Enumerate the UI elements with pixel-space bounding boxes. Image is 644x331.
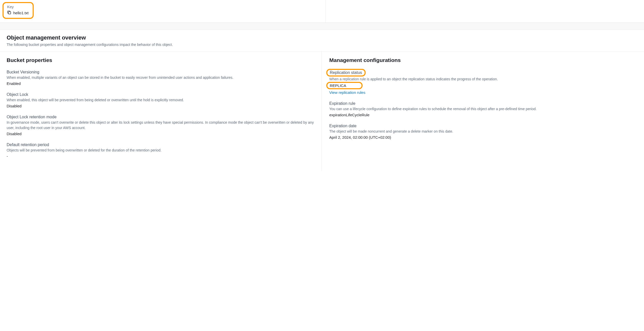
svg-rect-1 [8,12,11,14]
object-lock-description: When enabled, this object will be preven… [7,97,315,103]
section-divider [0,23,644,30]
expiration-rule-value: expirationLifeCycleRule [329,113,638,117]
replication-status-block: Replication status When a replication ru… [329,70,638,95]
bucket-versioning-block: Bucket Versioning When enabled, multiple… [7,70,315,86]
overview-description: The following bucket properties and obje… [7,43,637,47]
object-lock-label: Object Lock [7,92,315,97]
retention-period-value: - [7,154,315,158]
expiration-rule-description: You can use a lifecycle configuration to… [329,106,638,112]
replication-status-label: Replication status [330,70,362,75]
retention-mode-label: Object Lock retention mode [7,115,315,119]
retention-period-label: Default retention period [7,143,315,147]
bucket-properties-title: Bucket properties [7,57,315,63]
retention-period-description: Objects will be prevented from being ove… [7,148,315,153]
key-highlight-box: Key hello1.txt [3,2,34,19]
key-label: Key [7,5,29,9]
retention-mode-block: Object Lock retention mode In governance… [7,115,315,136]
vertical-separator [325,0,326,22]
replication-status-value-highlight: REPLICA [326,82,363,89]
expiration-rule-label: Expiration rule [329,101,638,106]
view-replication-rules-link[interactable]: View replication rules [329,90,365,95]
expiration-date-description: The object will be made noncurrent and g… [329,129,638,134]
object-lock-value: Disabled [7,104,315,108]
overview-title: Object management overview [7,34,637,41]
expiration-date-label: Expiration date [329,124,638,128]
expiration-date-block: Expiration date The object will be made … [329,124,638,139]
bucket-versioning-value: Enabled [7,81,315,86]
bucket-properties-column: Bucket properties Bucket Versioning When… [0,52,322,171]
replication-status-highlight: Replication status [326,69,366,77]
expiration-date-value: April 2, 2024, 02:00:00 (UTC+02:00) [329,135,638,139]
retention-period-block: Default retention period Objects will be… [7,143,315,158]
management-configurations-title: Management configurations [329,57,638,63]
copy-icon[interactable] [7,10,11,15]
overview-header: Object management overview The following… [0,30,644,52]
bucket-versioning-description: When enabled, multiple variants of an ob… [7,75,315,80]
replication-status-value: REPLICA [330,83,346,88]
retention-mode-value: Disabled [7,132,315,136]
bucket-versioning-label: Bucket Versioning [7,70,315,74]
management-configurations-column: Management configurations Replication st… [322,52,644,171]
key-value: hello1.txt [13,11,29,15]
object-lock-block: Object Lock When enabled, this object wi… [7,92,315,108]
replication-status-description: When a replication rule is applied to an… [329,77,638,82]
expiration-rule-block: Expiration rule You can use a lifecycle … [329,101,638,117]
retention-mode-description: In governance mode, users can't overwrit… [7,120,315,131]
